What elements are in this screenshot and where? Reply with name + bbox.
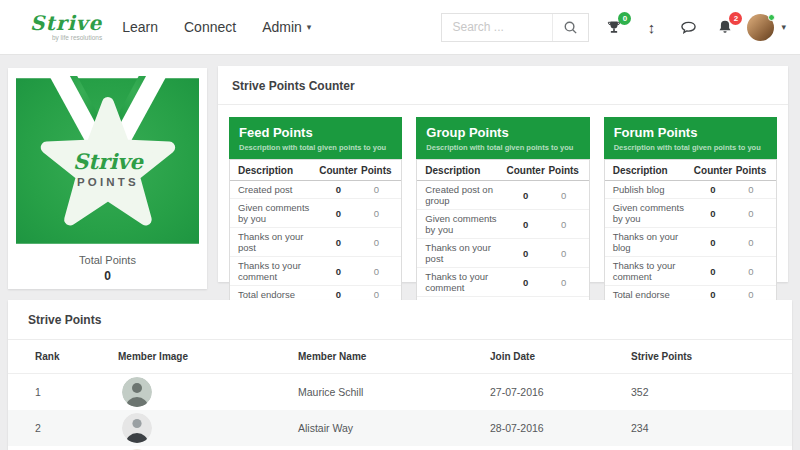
strive-points-counter-panel: Strive Points Counter Feed Points Descri… xyxy=(218,66,788,282)
nav-admin[interactable]: Admin ▾ xyxy=(262,19,311,35)
strive-points-value: 352 xyxy=(631,386,792,398)
card-subtitle: Description with total given points to y… xyxy=(426,143,579,152)
member-avatar xyxy=(122,413,152,443)
trophy-badge: 0 xyxy=(618,12,631,25)
caret-down-icon: ▾ xyxy=(307,22,312,32)
search-box xyxy=(441,13,589,42)
strive-points-leaderboard-panel: Strive Points Rank Member Image Member N… xyxy=(8,300,792,450)
table-row: Publish blog 0 0 xyxy=(605,181,776,199)
star-script-text: Strive xyxy=(73,149,144,174)
brand-logo[interactable]: Strive by life resolutions xyxy=(30,13,102,41)
user-menu[interactable]: ▾ xyxy=(747,14,786,41)
col-rank: Rank xyxy=(35,351,118,362)
table-row: Created post on group 0 0 xyxy=(417,181,588,210)
card-subtitle: Description with total given points to y… xyxy=(239,143,392,152)
online-status-dot xyxy=(768,14,775,21)
forum-points-header: Forum Points Description with total give… xyxy=(604,117,777,159)
leaderboard-row-partial xyxy=(8,446,792,450)
col-member-name: Member Name xyxy=(298,351,490,362)
brand-name: Strive xyxy=(30,13,102,33)
main-nav: Learn Connect Admin ▾ xyxy=(122,19,311,35)
table-header-row: Description Counter Points xyxy=(417,160,588,181)
trophy-button[interactable]: 0 xyxy=(605,18,623,36)
header-icon-group: 0 ↕ 2 xyxy=(605,18,734,36)
rank-value: 1 xyxy=(35,386,118,398)
person-avatar-icon xyxy=(122,377,152,407)
leaderboard-header-row: Rank Member Image Member Name Join Date … xyxy=(8,340,792,374)
table-row: Given comments by you 0 0 xyxy=(230,199,401,228)
table-header-row: Description Counter Points xyxy=(605,160,776,181)
total-points-label: Total Points xyxy=(16,254,199,266)
brand-tagline: by life resolutions xyxy=(52,34,102,41)
col-join-date: Join Date xyxy=(490,351,631,362)
member-name: Alistair Way xyxy=(298,422,490,434)
star-caps-text: POINTS xyxy=(77,176,139,188)
chat-bubble-icon xyxy=(680,19,697,36)
table-row: Thanks to your comment 0 0 xyxy=(417,268,588,297)
card-title: Forum Points xyxy=(614,125,767,140)
table-row: Thanks on your blog 0 0 xyxy=(605,228,776,257)
table-row: Thanks on your post 0 0 xyxy=(417,239,588,268)
col-strive-points: Strive Points xyxy=(631,351,792,362)
counter-panel-title: Strive Points Counter xyxy=(218,66,788,104)
table-header-row: Description Counter Points xyxy=(230,160,401,181)
user-avatar xyxy=(747,14,774,41)
group-points-header: Group Points Description with total give… xyxy=(416,117,589,159)
leaderboard-title: Strive Points xyxy=(8,300,792,340)
messages-button[interactable] xyxy=(679,18,697,36)
table-row: Given comments by you 0 0 xyxy=(605,199,776,228)
table-row: Thanks to your comment 0 0 xyxy=(230,257,401,286)
rank-value: 2 xyxy=(35,422,118,434)
card-title: Feed Points xyxy=(239,125,392,140)
card-subtitle: Description with total given points to y… xyxy=(614,143,767,152)
nav-connect[interactable]: Connect xyxy=(184,19,236,35)
total-points-value: 0 xyxy=(16,269,199,283)
strive-points-value: 234 xyxy=(631,422,792,434)
card-title: Group Points xyxy=(426,125,579,140)
member-name: Maurice Schill xyxy=(298,386,490,398)
strive-points-medal-graphic: Strive POINTS xyxy=(16,76,199,246)
strive-points-summary-card: Strive POINTS Total Points 0 xyxy=(8,68,207,289)
caret-down-icon: ▾ xyxy=(781,22,786,32)
join-date: 28-07-2016 xyxy=(490,422,631,434)
member-avatar xyxy=(122,377,152,407)
join-date: 27-07-2016 xyxy=(490,386,631,398)
person-avatar-icon xyxy=(122,413,152,443)
notifications-button[interactable]: 2 xyxy=(716,18,734,36)
notifications-badge: 2 xyxy=(729,12,742,25)
nav-learn[interactable]: Learn xyxy=(122,19,158,35)
activity-button[interactable]: ↕ xyxy=(642,18,660,36)
table-row: Thanks to your comment 0 0 xyxy=(605,257,776,286)
top-navigation-bar: Strive by life resolutions Learn Connect… xyxy=(0,0,800,55)
search-icon xyxy=(563,20,578,35)
table-row: Thanks on your post 0 0 xyxy=(230,228,401,257)
feed-points-header: Feed Points Description with total given… xyxy=(229,117,402,159)
leaderboard-row: 1 Maurice Schill 27-07-2016 352 xyxy=(8,374,792,410)
search-input[interactable] xyxy=(442,14,552,41)
col-member-image: Member Image xyxy=(118,351,298,362)
arrows-vertical-icon: ↕ xyxy=(648,20,656,35)
table-row: Created post 0 0 xyxy=(230,181,401,199)
search-button[interactable] xyxy=(552,14,588,41)
leaderboard-row: 2 Alistair Way 28-07-2016 234 xyxy=(8,410,792,446)
table-row: Given comments by you 0 0 xyxy=(417,210,588,239)
